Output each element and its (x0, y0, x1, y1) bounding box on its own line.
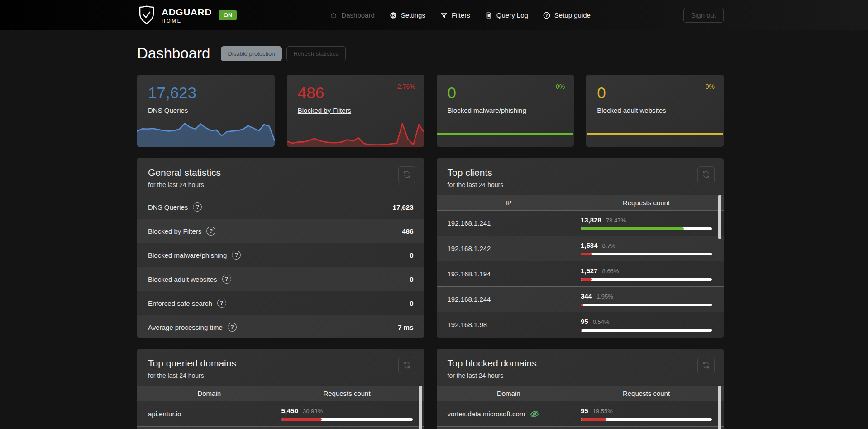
nav-item-dashboard[interactable]: Dashboard (329, 0, 374, 30)
row-label: 192.168.1.241 (437, 219, 581, 227)
request-count: 95 (581, 318, 588, 325)
main-content: Dashboard Disable protection Refresh sta… (137, 30, 724, 429)
sign-out-button[interactable]: Sign out (683, 8, 724, 23)
client-row: 192.168.1.244 344 1.95% (437, 286, 724, 312)
scrollbar-thumb[interactable] (419, 386, 422, 429)
domain-row: vortex.data.microsoft.com 95 19.55% (437, 401, 724, 426)
help-icon[interactable]: ? (206, 227, 215, 236)
help-icon[interactable]: ? (228, 323, 237, 332)
stat-row-value: 0 (410, 251, 413, 259)
column-header-requests-count: Requests count (581, 199, 712, 207)
stat-row: Blocked adult websites?0 (137, 267, 424, 291)
row-label: api.entur.io (137, 410, 281, 418)
nav-item-setup-guide[interactable]: ?Setup guide (543, 0, 591, 30)
nav-item-query-log[interactable]: Query Log (485, 0, 528, 30)
brand-sub: HOME (162, 18, 212, 24)
card-title: Top blocked domains (448, 358, 713, 369)
requests-bar (581, 253, 712, 255)
row-label: 192.168.1.194 (437, 270, 581, 278)
card-header: Top blocked domains for the last 24 hour… (437, 349, 724, 386)
refresh-icon (402, 170, 411, 180)
brand-name: ADGUARD (162, 7, 212, 18)
nav-item-label: Settings (401, 11, 425, 19)
column-header-requests-count: Requests count (581, 390, 712, 397)
refresh-icon (701, 361, 711, 371)
stat-row: Blocked malware/phishing?0 (137, 243, 424, 267)
refresh-statistics-button[interactable]: Refresh statistics (286, 46, 346, 61)
requests-bar (581, 329, 712, 332)
column-header-ip: IP (437, 199, 581, 207)
row-label: vortex.data.microsoft.com (437, 409, 581, 419)
top-queried-table-body: api.entur.io 5,450 30.93% (137, 401, 424, 429)
column-header-domain: Domain (137, 390, 281, 397)
title-row: Dashboard Disable protection Refresh sta… (137, 43, 724, 63)
request-count: 1,534 (581, 241, 598, 249)
request-count: 5,450 (281, 407, 299, 415)
stat-row-value: 486 (402, 227, 413, 235)
stat-row-label: Blocked adult websites? (148, 275, 231, 284)
row-requests: 95 19.55% (581, 407, 712, 421)
domain-row (437, 426, 724, 429)
card-title: Top clients (448, 167, 713, 178)
stat-percent: 2.76% (397, 83, 415, 90)
stat-row-label: Blocked by Filters? (148, 227, 215, 236)
request-count: 344 (581, 292, 592, 300)
request-count: 1,527 (581, 267, 598, 275)
table-header: IP Requests count (437, 195, 724, 210)
top-clients-card: Top clients for the last 24 hours IP Req… (437, 158, 724, 338)
request-percent: 19.55% (593, 408, 613, 415)
stat-row-label: DNS Queries? (148, 202, 202, 212)
stat-percent: 0% (556, 83, 565, 90)
home-icon (329, 11, 338, 19)
stat-card-blocked-malware: 0Blocked malware/phishing0% (437, 75, 574, 147)
card-title: General statistics (148, 167, 414, 178)
stat-row-label: Enforced safe search? (148, 299, 226, 308)
top-clients-table-body: 192.168.1.241 13,828 78.47% 192.168.1.24… (437, 210, 724, 337)
card-subtitle: for the last 24 hours (148, 181, 414, 188)
domain-row: api.entur.io 5,450 30.93% (137, 401, 424, 426)
row-label: 192.168.1.98 (437, 321, 581, 328)
help-icon[interactable]: ? (217, 299, 226, 308)
help-icon[interactable]: ? (232, 251, 241, 260)
nav-item-label: Query Log (496, 11, 528, 19)
nav-item-label: Filters (452, 11, 470, 19)
refresh-card-button[interactable] (398, 166, 415, 183)
request-percent: 1.95% (596, 293, 613, 300)
table-header: Domain Requests count (437, 386, 724, 401)
disable-protection-button[interactable]: Disable protection (221, 46, 281, 61)
stat-row: Average processing time?7 ms (137, 315, 424, 338)
eye-off-icon (529, 409, 539, 419)
stat-label[interactable]: Blocked by Filters (298, 106, 351, 114)
scrollbar-thumb[interactable] (718, 195, 721, 239)
top-nav-bar: ADGUARD HOME ON DashboardSettingsFilters… (0, 0, 868, 30)
requests-bar (581, 304, 712, 306)
svg-text:?: ? (545, 13, 548, 18)
client-row: 192.168.1.242 1,534 8.7% (437, 236, 724, 261)
sparkline-flat (587, 133, 723, 135)
nav-item-filters[interactable]: Filters (440, 0, 470, 30)
help-icon[interactable]: ? (193, 202, 202, 212)
row-label: 192.168.1.242 (437, 245, 581, 252)
request-percent: 8.7% (602, 242, 616, 249)
request-count: 13,828 (581, 216, 601, 224)
client-row: 192.168.1.194 1,527 8.66% (437, 261, 724, 286)
stat-row-value: 0 (410, 299, 413, 307)
row-requests: 5,450 30.93% (281, 407, 413, 421)
help-icon[interactable]: ? (222, 275, 231, 284)
stat-percent: 0% (706, 83, 715, 90)
refresh-card-button[interactable] (697, 166, 715, 183)
scrollbar-thumb[interactable] (718, 386, 721, 429)
stat-value: 17,623 (148, 84, 196, 102)
refresh-card-button[interactable] (398, 357, 415, 374)
stat-value: 486 (298, 84, 324, 102)
refresh-card-button[interactable] (697, 357, 715, 374)
general-statistics-rows: DNS Queries?17,623Blocked by Filters?486… (137, 195, 424, 338)
request-percent: 8.66% (602, 268, 619, 275)
refresh-icon (402, 361, 411, 371)
stat-cards-row: 17,623DNS Queries 486Blocked by Filters2… (137, 75, 724, 147)
table-header: Domain Requests count (137, 386, 424, 401)
nav-item-settings[interactable]: Settings (389, 0, 425, 30)
card-header: Top queried domains for the last 24 hour… (137, 349, 424, 386)
top-blocked-domains-card: Top blocked domains for the last 24 hour… (437, 349, 724, 429)
stat-card-dns-queries: 17,623DNS Queries (137, 75, 275, 147)
